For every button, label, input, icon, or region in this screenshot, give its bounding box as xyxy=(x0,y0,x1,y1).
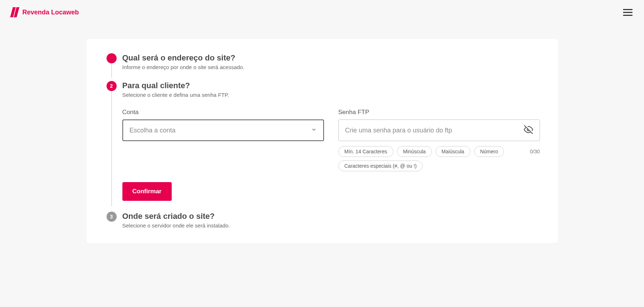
step-1-title: Qual será o endereço do site? xyxy=(122,53,540,63)
account-label: Conta xyxy=(122,109,324,116)
step-3-title: Onde será criado o site? xyxy=(122,212,540,221)
menu-icon[interactable] xyxy=(623,9,632,16)
logo-icon xyxy=(12,7,18,17)
req-special: Caracteres especiais (#, @ ou !) xyxy=(338,161,423,171)
password-label: Senha FTP xyxy=(338,109,540,116)
password-input[interactable] xyxy=(345,127,524,134)
step-2-marker: 2 xyxy=(107,81,117,91)
char-count: 0/30 xyxy=(530,149,540,154)
step-1-subtitle: Informe o endereço por onde o site será … xyxy=(122,64,540,70)
req-number: Número xyxy=(474,146,504,157)
password-field-wrap xyxy=(338,119,540,141)
step-connector xyxy=(111,63,112,78)
step-2: 2 Para qual cliente? Selecione o cliente… xyxy=(104,81,540,212)
step-3-marker: 3 xyxy=(107,212,117,222)
password-requirements: Mín. 14 Caracteres Minúscula Maiúscula N… xyxy=(338,146,540,171)
step-1-marker xyxy=(107,53,117,63)
chevron-down-icon xyxy=(311,127,317,134)
req-uppercase: Maiúscula xyxy=(436,146,470,157)
step-connector xyxy=(111,91,112,206)
confirm-button[interactable]: Confirmar xyxy=(122,182,172,201)
app-header: Revenda Locaweb xyxy=(0,0,644,24)
account-placeholder: Escolha a conta xyxy=(130,127,311,134)
account-select[interactable]: Escolha a conta xyxy=(122,119,324,141)
logo[interactable]: Revenda Locaweb xyxy=(12,7,79,17)
step-2-title: Para qual cliente? xyxy=(122,81,540,90)
wizard-card: Qual será o endereço do site? Informe o … xyxy=(86,39,558,243)
eye-off-icon[interactable] xyxy=(524,125,533,136)
brand-name: Revenda Locaweb xyxy=(22,9,79,16)
req-min-chars: Mín. 14 Caracteres xyxy=(338,146,393,157)
step-3: 3 Onde será criado o site? Selecione o s… xyxy=(104,212,540,229)
step-2-subtitle: Selecione o cliente e defina uma senha F… xyxy=(122,92,540,98)
req-lowercase: Minúscula xyxy=(397,146,432,157)
step-3-subtitle: Selecione o servidor onde ele será insta… xyxy=(122,222,540,229)
step-1: Qual será o endereço do site? Informe o … xyxy=(104,53,540,81)
